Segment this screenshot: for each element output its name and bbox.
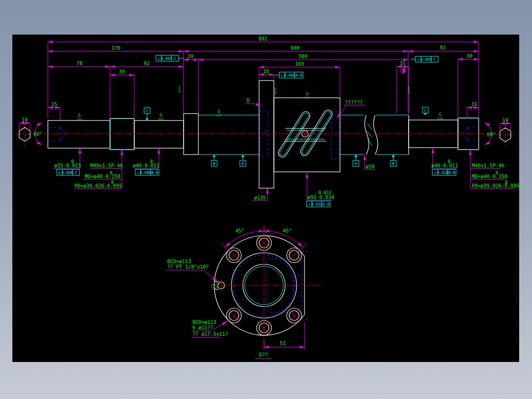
callout-thread-left: M40x1.5P-4h 0 MD=ø40-0.150 0 PD=ø39.026-… [74,150,123,189]
thread-right-label: M40x1.5P-4h [472,163,504,168]
callout-thread-right: M40x1.5P-4h 0 MD=ø40-0.150 0 PD=ø39.026-… [470,150,519,189]
fcf-dia35: ◎ 0.008 C [57,169,79,175]
fcf-value: 0.005 [420,57,432,62]
fcf-value: 0.005 [161,56,172,61]
thread-left-label: M40x1.5P-4h [90,163,123,168]
callout-dia135: ø135 [253,189,267,200]
callout-dia50: ø50 [365,155,376,169]
fcf-symbol: ⊥ [417,57,419,62]
dim-20: 20 [188,54,193,59]
fcf-datum: C [75,170,77,175]
drawing-canvas: 892 170 600 92 20 580 30 78 92 15 30 103… [12,35,519,362]
fcf-symbol: ◎ [58,170,61,175]
fcf-dia40-left: ↗ 0.080 B-B [135,169,159,175]
fcf-symbol: ↗ [137,170,139,175]
callout-dia40-right: 0 ø40-0.011 [431,148,458,168]
fcf-symbol: ↗ [308,202,310,206]
angle-60-left: 60° [34,131,42,137]
fcf-datum: A-A [296,73,303,78]
dim-15-left: 15 [51,102,57,107]
port-note-line1: BCD=ø113 [167,259,191,264]
ball-nut [259,80,340,188]
dim-30-left: 30 [119,69,125,75]
datum-target-a1: A [240,155,246,166]
callout-dia35: 0 ø35-0.013 [53,149,81,168]
datum-target-b1: B [211,155,217,166]
fcf-datum: B-B [152,170,158,175]
bolt-note-line3: ?? ø17.5x11? [192,331,228,337]
dia35-label: ø35-0.013 [54,163,81,168]
fcf-datum: B-B [449,170,456,175]
dim-15-right-top: 15 [400,61,406,66]
fcf-symbol: ⊥ [157,56,160,61]
datum-letter: B [213,161,216,166]
view-title: D?? [255,352,272,359]
bolt-note-line2: 6-ø11?? [192,325,213,330]
callout-dia93: -0.012 ø93-0.034 [307,173,334,200]
bolt-note-line1: BCD=ø113 [192,319,216,325]
dim-left: 170 [112,45,120,51]
finish-triangles-icon: ▽▽▽ [305,96,310,99]
fcf-datum: C [174,56,177,61]
pd-right-label: PD=ø39.026-0.095 [472,183,519,189]
shaft-break-symbol [365,115,378,155]
fcf-top-right: ⊥ 0.005 C [411,56,438,62]
dia40-left-label: ø40-0.011 [133,163,159,168]
datum-letter: C [146,109,149,113]
datum-flag-right: C [422,107,428,115]
finish-triangles-icon: ▽▽▽ [158,117,164,120]
fcf-datum: C [434,57,436,62]
datum-target-b2: B [390,155,396,166]
md-right-label: MD=ø40-0.150 [472,174,507,179]
fcf-datum: A-A [323,202,330,206]
dia93-label: ø93-0.034 [307,195,334,200]
dim-mid: 600 [291,45,300,51]
dim-51-label: 51 [280,341,286,346]
fcf-value: 0.006 [284,73,296,78]
cad-drawing: 892 170 600 92 20 580 30 78 92 15 30 103… [12,35,519,362]
finish-side-icon: G▽▽▽ [407,86,411,93]
fcf-dia93: ↗ 0.022 A-A [306,201,330,207]
dim-15-right: 15 [471,102,477,107]
dia50-label: ø50 [366,164,375,169]
fcf-symbol: ⊥ [281,73,283,78]
port-note-line2: ?? PT 1/8"x10? [167,264,209,270]
dim-30-right: 30 [466,53,472,59]
dim-18: 18 [263,69,269,74]
callout-bolts: BCD=ø113 6-ø11?? ?? ø17.5x11? [191,319,228,337]
finish-side-icon: G▽▽▽ [273,87,277,94]
dim-51: 51 [264,322,304,350]
fcf-top-left: ⊥ 0.005 C [156,55,184,61]
dim-78: 78 [76,61,82,66]
finish-triangles-icon: ▽▽▽ [217,114,222,117]
fcf-dia40-right: ↗ 0.018 B-B [432,169,456,175]
datum-flag-left: C [144,108,150,120]
finish-triangles-icon: ▽▽▽ [77,118,82,121]
callout-dia40-left: 0 ø40-0.011 [133,149,159,168]
fcf-symbol: ↗ [434,170,436,175]
datum-letter: C [424,108,427,113]
dia135-label: ø135 [254,195,266,200]
centerlines [15,123,516,146]
dim-overall: 892 [259,36,267,41]
dim-14-right: 14 [502,118,508,123]
pd-left-label: PD=ø39.026-0.095 [75,183,122,189]
finish-side-icon: G▽▽▽ [178,85,181,92]
dia40-right-label: ø40-0.011 [431,163,458,168]
dim-103: 103 [295,61,304,67]
dim-14-left: 14 [22,117,28,122]
view-d-label: D [247,98,250,103]
fcf-value: 0.008 [62,170,73,175]
half-filled-circle-marker [400,68,405,73]
fcf-value: 0.022 [311,202,323,206]
fcf-nut-face: ⊥ 0.006 A-A [274,72,303,78]
finish-triangles-icon: ▽▽▽ [438,117,443,120]
flange-view: 45° 45° 51 BCD=ø113 ?? PT 1/8"x10? BCD=ø… [166,225,324,359]
dim-right: 92 [440,45,446,50]
datum-letter: B [392,161,395,166]
datum-letter: A [355,161,357,166]
datum-target-a2: A [353,155,359,166]
angle-45-left: 45° [235,228,244,234]
nut-note-label: ?????? [345,100,363,105]
angle-60-right: 60° [487,132,496,137]
